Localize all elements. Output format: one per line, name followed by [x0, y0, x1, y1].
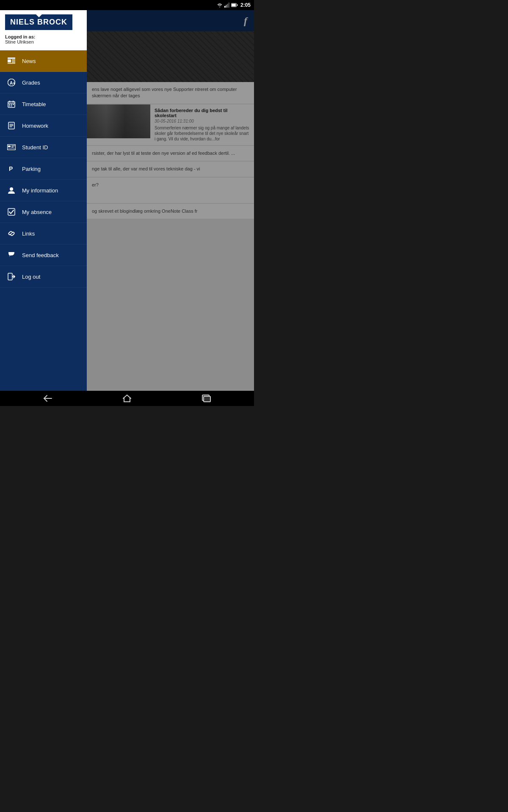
- svg-rect-25: [10, 124, 14, 125]
- nav-items: News A+ Grades: [0, 50, 87, 391]
- svg-rect-29: [8, 145, 11, 147]
- svg-rect-6: [237, 5, 237, 6]
- svg-rect-12: [8, 63, 15, 64]
- sidebar-item-timetable-label: Timetable: [22, 101, 46, 107]
- svg-rect-21: [13, 104, 14, 105]
- svg-rect-20: [11, 104, 12, 105]
- news-icon: [7, 56, 16, 66]
- sidebar-item-news[interactable]: News: [0, 50, 87, 72]
- sidebar-header: NIELS BROCK Logged in as: Stine Ulriksen: [0, 10, 87, 50]
- sidebar-item-my-absence[interactable]: My absence: [0, 201, 87, 223]
- status-icons: 2:05: [217, 2, 251, 8]
- grades-icon: A+: [7, 78, 16, 87]
- svg-rect-0: [224, 6, 226, 8]
- sidebar-item-grades-label: Grades: [22, 80, 40, 86]
- svg-rect-19: [9, 104, 10, 105]
- svg-rect-1: [226, 5, 227, 8]
- sidebar-item-news-label: News: [22, 58, 36, 64]
- svg-rect-30: [11, 145, 15, 146]
- svg-rect-9: [12, 60, 15, 60]
- svg-rect-2: [227, 4, 228, 8]
- wifi-icon: [217, 3, 223, 8]
- svg-rect-32: [8, 148, 15, 149]
- sidebar-item-log-out-label: Log out: [22, 274, 40, 280]
- sidebar-item-student-id-label: Student ID: [22, 144, 48, 151]
- signal-icon: [224, 3, 229, 8]
- logo-container: NIELS BROCK: [5, 14, 72, 30]
- svg-text:P: P: [9, 165, 13, 172]
- sidebar-item-my-information-label: My information: [22, 187, 58, 194]
- student-id-icon: [7, 143, 16, 152]
- battery-icon: [231, 3, 238, 7]
- logo-text: NIELS BROCK: [10, 18, 67, 26]
- sidebar-item-my-information[interactable]: My information: [0, 180, 87, 201]
- homework-icon: [7, 121, 16, 130]
- home-button[interactable]: [119, 392, 135, 405]
- recents-button[interactable]: [198, 392, 215, 405]
- sidebar-item-parking[interactable]: P Parking: [0, 158, 87, 180]
- svg-rect-3: [228, 3, 229, 8]
- app-container: NIELS BROCK Logged in as: Stine Ulriksen: [0, 10, 254, 391]
- svg-rect-17: [9, 101, 10, 102]
- svg-rect-37: [8, 273, 12, 280]
- user-info: Logged in as: Stine Ulriksen: [5, 34, 82, 44]
- svg-rect-18: [13, 101, 14, 102]
- my-absence-icon: [7, 207, 16, 217]
- sidebar-item-homework-label: Homework: [22, 123, 48, 129]
- timetable-icon: [7, 99, 16, 109]
- svg-rect-23: [11, 106, 12, 107]
- svg-rect-16: [8, 103, 15, 104]
- svg-rect-31: [11, 147, 14, 148]
- sidebar-item-my-absence-label: My absence: [22, 209, 52, 215]
- svg-rect-41: [204, 396, 210, 402]
- logged-in-label: Logged in as:: [5, 34, 82, 39]
- bottom-navigation-bar: [0, 391, 254, 406]
- back-button[interactable]: [39, 392, 56, 405]
- send-feedback-icon: [7, 250, 16, 260]
- sidebar: NIELS BROCK Logged in as: Stine Ulriksen: [0, 10, 87, 391]
- svg-rect-26: [10, 125, 14, 126]
- sidebar-item-timetable[interactable]: Timetable: [0, 93, 87, 115]
- sidebar-item-links-label: Links: [22, 230, 35, 237]
- svg-rect-11: [12, 62, 15, 63]
- sidebar-item-links[interactable]: Links: [0, 223, 87, 244]
- sidebar-item-grades[interactable]: A+ Grades: [0, 72, 87, 93]
- sidebar-item-homework[interactable]: Homework: [0, 115, 87, 137]
- sidebar-item-send-feedback-label: Send feedback: [22, 252, 59, 258]
- status-bar: 2:05: [0, 0, 254, 10]
- parking-icon: P: [7, 164, 16, 173]
- dim-overlay[interactable]: [87, 10, 254, 391]
- my-information-icon: [7, 186, 16, 195]
- svg-rect-8: [8, 60, 11, 63]
- svg-rect-7: [8, 58, 15, 59]
- links-icon: [7, 229, 16, 238]
- svg-rect-10: [12, 61, 15, 62]
- log-out-icon: [7, 272, 16, 281]
- sidebar-item-student-id[interactable]: Student ID: [0, 137, 87, 158]
- time-display: 2:05: [240, 2, 251, 8]
- sidebar-item-log-out[interactable]: Log out: [0, 266, 87, 288]
- svg-rect-22: [9, 106, 10, 107]
- svg-text:A+: A+: [10, 81, 15, 85]
- svg-line-36: [11, 233, 13, 235]
- main-content: f ens lave noget alligevel som vores nye…: [87, 10, 254, 391]
- svg-rect-27: [10, 126, 12, 127]
- sidebar-item-parking-label: Parking: [22, 166, 41, 172]
- svg-rect-5: [232, 4, 236, 6]
- sidebar-item-send-feedback[interactable]: Send feedback: [0, 244, 87, 266]
- svg-point-34: [10, 187, 13, 191]
- logged-in-user: Stine Ulriksen: [5, 39, 82, 44]
